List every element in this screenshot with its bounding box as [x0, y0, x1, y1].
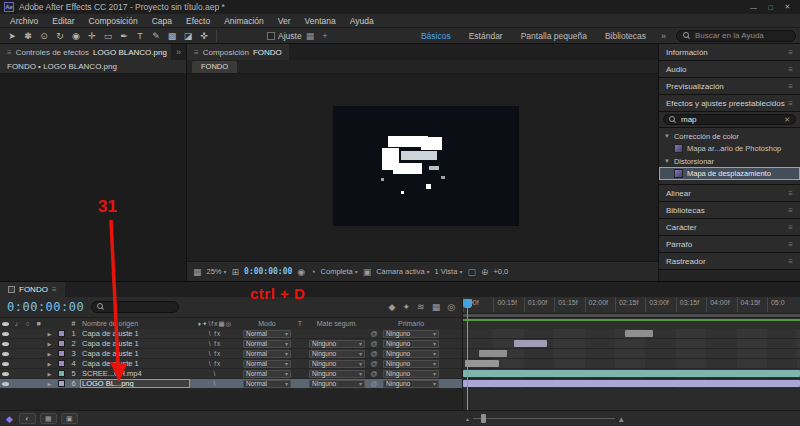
preserve-transparency-toggle[interactable] [294, 349, 306, 358]
panel-menu-icon[interactable]: ≡ [788, 206, 793, 215]
visibility-eye-icon[interactable] [0, 329, 11, 338]
timeline-tab-fondo[interactable]: FONDO ≡ [0, 282, 65, 297]
layer-parent-dropdown[interactable]: Ninguno▾ [383, 360, 439, 368]
lock-toggle[interactable] [33, 359, 44, 368]
audio-toggle[interactable] [11, 329, 22, 338]
panel-menu-icon[interactable]: ≡ [788, 82, 793, 91]
work-area-bar[interactable] [463, 313, 800, 317]
menu-item[interactable]: Editar [45, 16, 81, 26]
layer-mode-dropdown[interactable]: Normal▾ [243, 360, 291, 368]
tree-item-mapa-desplazamiento[interactable]: Mapa de desplazamiento [659, 167, 800, 180]
grid-guides-icon[interactable]: ▦ [193, 267, 202, 277]
solo-toggle[interactable] [22, 359, 33, 368]
layer-duration-bar[interactable] [479, 350, 508, 357]
pan-behind-tool-icon[interactable]: ✛ [84, 29, 100, 43]
frame-blending-icon[interactable]: ≋ [417, 302, 425, 312]
preserve-transparency-toggle[interactable] [294, 339, 306, 348]
clear-search-icon[interactable]: ✕ [784, 116, 790, 124]
audio-toggle[interactable] [11, 339, 22, 348]
visibility-eye-icon[interactable] [0, 339, 11, 348]
layer-switches[interactable]: \ fx [190, 359, 240, 368]
tree-item-mapa-photoshop[interactable]: Mapa ar...ario de Photoshop [659, 142, 800, 155]
type-tool-icon[interactable]: T [132, 29, 148, 43]
parent-pickwhip-icon[interactable]: @ [368, 369, 380, 378]
layer-mode-dropdown[interactable]: Normal▾ [243, 330, 291, 338]
solo-toggle[interactable] [22, 369, 33, 378]
parent-pickwhip-icon[interactable]: @ [368, 379, 380, 388]
minimize-button[interactable]: — [745, 1, 762, 14]
layer-switches[interactable]: \ [190, 369, 240, 378]
panel-header-previsualizacion[interactable]: Previsualización≡ [659, 78, 800, 94]
puppet-pin-tool-icon[interactable]: ✜ [196, 29, 212, 43]
layer-matte-dropdown[interactable]: Ninguno▾ [309, 350, 365, 358]
preserve-transparency-toggle[interactable] [294, 369, 306, 378]
preserve-transparency-column-header[interactable]: T [294, 318, 306, 329]
audio-toggle[interactable] [11, 369, 22, 378]
menu-item[interactable]: Archivo [3, 16, 45, 26]
pixel-aspect-icon[interactable]: ▢ [467, 267, 476, 277]
layer-switches[interactable]: \ [190, 379, 240, 388]
clone-stamp-tool-icon[interactable]: ▩ [164, 29, 180, 43]
audio-toggle[interactable] [11, 349, 22, 358]
solo-toggle[interactable] [22, 339, 33, 348]
time-ruler[interactable]: :00f00:15f01:00f01:15f02:00f02:15f03:00f… [462, 297, 800, 317]
layer-track[interactable] [462, 379, 800, 389]
exposure-control[interactable]: +0,0 [493, 267, 508, 276]
layer-track[interactable] [462, 349, 800, 359]
layer-expand-arrow[interactable]: ▶ [44, 369, 55, 378]
layer-parent-dropdown[interactable]: Ninguno▾ [383, 330, 439, 338]
layer-mode-dropdown[interactable]: Normal▾ [243, 370, 291, 378]
hand-tool-icon[interactable]: ✽ [20, 29, 36, 43]
layer-duration-bar[interactable] [463, 380, 800, 387]
help-search-input[interactable]: Buscar en la Ayuda [676, 30, 796, 42]
layer-track[interactable] [462, 329, 800, 339]
layer-matte-dropdown[interactable]: Ninguno▾ [309, 370, 365, 378]
lock-toggle[interactable] [33, 369, 44, 378]
menu-item[interactable]: Efecto [179, 16, 217, 26]
maximize-button[interactable]: □ [762, 1, 779, 14]
playhead-line[interactable] [467, 299, 468, 410]
menu-item[interactable]: Ayuda [343, 16, 381, 26]
mode-column-header[interactable]: Modo [240, 318, 294, 329]
viewer-tab-fondo[interactable]: FONDO [192, 61, 237, 73]
layer-switches[interactable]: \ fx [190, 329, 240, 338]
snap-checkbox[interactable] [267, 32, 275, 40]
audio-toggle[interactable] [11, 379, 22, 388]
solo-toggle[interactable] [22, 349, 33, 358]
view-layout-dropdown[interactable]: 1 Vista▾ [435, 267, 463, 276]
layer-mode-dropdown[interactable]: Normal▾ [243, 380, 291, 388]
eraser-tool-icon[interactable]: ◪ [180, 29, 196, 43]
panel-header-rastreador[interactable]: Rastreador≡ [659, 253, 800, 269]
switches-column-header[interactable]: ♦✦\fx▦◎ [190, 318, 240, 329]
preserve-transparency-toggle[interactable] [294, 359, 306, 368]
layer-matte-dropdown[interactable]: Ninguno▾ [309, 340, 365, 348]
tree-group-correccion-color[interactable]: ▼ Corrección de color [659, 130, 800, 142]
workspace-tab[interactable]: Bibliotecas [596, 31, 655, 41]
timeline-zoom-slider[interactable]: ▴ ▴ [466, 414, 624, 424]
preserve-transparency-toggle[interactable] [294, 379, 306, 388]
panel-header-efectos-y-ajustes[interactable]: Efectos y ajustes preestablecidos≡ [659, 95, 800, 111]
visibility-eye-icon[interactable] [0, 379, 11, 388]
panel-menu-icon[interactable]: ≡ [7, 48, 12, 57]
composition-viewport[interactable] [187, 74, 658, 261]
fast-previews-icon[interactable]: ⊕ [481, 267, 489, 277]
layer-expand-arrow[interactable]: ▶ [44, 329, 55, 338]
layer-expand-arrow[interactable]: ▶ [44, 379, 55, 388]
layer-expand-arrow[interactable]: ▶ [44, 359, 55, 368]
layer-duration-bar[interactable] [463, 370, 800, 377]
audio-toggle[interactable] [11, 359, 22, 368]
panel-menu-icon[interactable]: ≡ [194, 48, 199, 57]
layer-expand-arrow[interactable]: ▶ [44, 349, 55, 358]
panel-header-informacion[interactable]: Información≡ [659, 44, 800, 60]
layer-parent-dropdown[interactable]: Ninguno▾ [383, 370, 439, 378]
zoom-in-mountain-icon[interactable]: ▴ [619, 414, 624, 424]
panel-header-alinear[interactable]: Alinear≡ [659, 185, 800, 201]
layer-track[interactable] [462, 339, 800, 349]
layer-duration-bar[interactable] [465, 360, 499, 367]
panel-menu-icon[interactable]: ≡ [788, 99, 793, 108]
parent-pickwhip-icon[interactable]: @ [368, 339, 380, 348]
menu-item[interactable]: Animación [217, 16, 271, 26]
draft-3d-icon[interactable]: ✦ [403, 302, 411, 312]
parent-pickwhip-icon[interactable]: @ [368, 329, 380, 338]
layer-track[interactable] [462, 359, 800, 369]
